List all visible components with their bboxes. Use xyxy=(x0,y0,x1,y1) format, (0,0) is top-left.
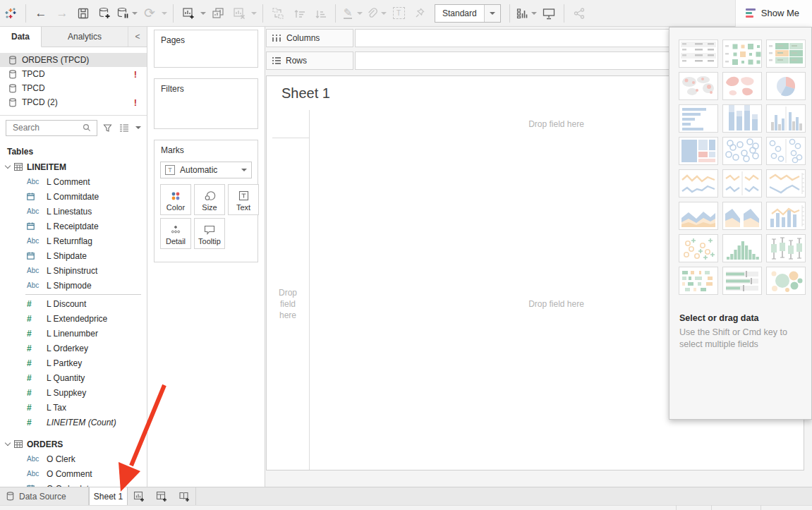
sort-descending-icon[interactable] xyxy=(310,3,331,24)
share-icon[interactable] xyxy=(569,3,590,24)
showme-continuous-lines-icon[interactable] xyxy=(679,169,718,198)
showme-heat-map-icon[interactable] xyxy=(722,40,762,68)
drop-zone-rows[interactable]: Drop field here xyxy=(267,138,309,470)
field-item[interactable]: #L Discount xyxy=(0,296,147,311)
showme-text-table-icon[interactable] xyxy=(679,40,718,68)
showme-box-and-whisker-icon[interactable] xyxy=(766,234,806,262)
showme-highlight-table-icon[interactable] xyxy=(766,40,806,68)
forward-icon[interactable]: → xyxy=(51,3,73,24)
size-button[interactable]: Size xyxy=(194,184,225,215)
field-item[interactable]: #L Tax xyxy=(0,400,147,415)
refresh-caret[interactable] xyxy=(160,3,169,24)
field-item[interactable]: #L Suppkey xyxy=(0,385,147,400)
table-header-lineitem[interactable]: LINEITEM xyxy=(0,159,147,174)
pause-updates-caret[interactable] xyxy=(131,3,139,24)
new-dashboard-tab-icon[interactable] xyxy=(150,487,173,505)
datasource-item[interactable]: ORDERS (TPCD) xyxy=(0,53,147,67)
field-item[interactable]: AbcL Shipmode xyxy=(0,278,147,293)
field-item[interactable]: #L Quantity xyxy=(0,370,147,385)
new-story-tab-icon[interactable] xyxy=(173,487,195,505)
field-item[interactable]: L Receiptdate xyxy=(0,219,147,233)
field-item[interactable]: #LINEITEM (Count) xyxy=(0,415,147,430)
showme-filled-map-icon[interactable] xyxy=(722,72,762,100)
field-item[interactable]: #L Linenumber xyxy=(0,326,147,341)
show-cards-caret[interactable] xyxy=(530,3,538,24)
field-item[interactable]: L Commitdate xyxy=(0,189,147,204)
collapse-pane-icon[interactable]: < xyxy=(128,27,147,47)
showme-pie-chart-icon[interactable] xyxy=(766,72,806,100)
showme-packed-bubbles-icon[interactable] xyxy=(766,267,806,295)
refresh-icon[interactable]: ⟳ xyxy=(139,3,160,24)
field-item[interactable]: L Shipdate xyxy=(0,248,147,263)
sheet-1-tab[interactable]: Sheet 1 xyxy=(89,487,128,505)
showme-stacked-bars-icon[interactable] xyxy=(722,104,762,133)
view-options-caret[interactable] xyxy=(134,120,143,135)
showme-side-by-side-bars-icon[interactable] xyxy=(766,104,806,133)
mark-type-select[interactable]: T Automatic xyxy=(160,162,252,178)
fit-mode-caret[interactable] xyxy=(484,5,500,22)
field-item[interactable]: AbcL Comment xyxy=(0,174,147,189)
search-input[interactable] xyxy=(6,120,97,136)
search-field[interactable] xyxy=(11,122,80,133)
datasource-item[interactable]: TPCD xyxy=(0,81,147,95)
collapse-chevron-icon[interactable] xyxy=(5,163,11,169)
pin-icon[interactable] xyxy=(409,3,430,24)
field-item[interactable]: #L Partkey xyxy=(0,356,147,370)
presentation-icon[interactable] xyxy=(538,3,559,24)
showme-gantt-icon[interactable] xyxy=(679,267,718,295)
field-item[interactable]: AbcO Comment xyxy=(0,466,147,481)
detail-button[interactable]: Detail xyxy=(160,218,191,249)
tooltip-button[interactable]: Tooltip xyxy=(194,218,225,249)
new-worksheet-caret[interactable] xyxy=(199,3,207,24)
field-item[interactable]: #L Extendedprice xyxy=(0,311,147,326)
show-me-button[interactable]: Show Me xyxy=(735,0,812,27)
color-button[interactable]: Color xyxy=(160,184,191,215)
new-worksheet-icon[interactable] xyxy=(178,3,199,24)
showme-bullet-graph-icon[interactable] xyxy=(722,267,762,295)
showme-symbol-map-icon[interactable] xyxy=(679,72,718,100)
showme-histogram-icon[interactable] xyxy=(722,234,762,262)
showme-continuous-area-icon[interactable] xyxy=(679,202,718,230)
table-header-orders[interactable]: ORDERS xyxy=(0,437,147,451)
text-label-icon[interactable]: T xyxy=(388,3,409,24)
datasource-item[interactable]: TPCD! xyxy=(0,67,147,81)
showme-circle-views-icon[interactable] xyxy=(722,137,762,165)
field-item[interactable]: AbcL Returnflag xyxy=(0,233,147,248)
clear-sheet-caret[interactable] xyxy=(250,3,258,24)
showme-horizontal-bars-icon[interactable] xyxy=(679,104,718,133)
showme-side-by-side-circles-icon[interactable] xyxy=(766,137,806,165)
duplicate-sheet-icon[interactable] xyxy=(207,3,229,24)
field-item[interactable]: AbcO Clerk xyxy=(0,451,147,466)
new-datasource-icon[interactable] xyxy=(94,3,115,24)
back-icon[interactable]: ← xyxy=(30,3,51,24)
pages-card[interactable]: Pages xyxy=(154,30,258,68)
clear-sheet-icon[interactable] xyxy=(229,3,250,24)
collapse-chevron-icon[interactable] xyxy=(5,440,11,446)
filter-fields-icon[interactable] xyxy=(100,120,114,135)
showme-scatter-plot-icon[interactable] xyxy=(679,234,718,262)
field-item[interactable]: O Orderdate xyxy=(0,481,147,487)
view-options-icon[interactable] xyxy=(117,120,131,135)
save-icon[interactable] xyxy=(73,3,94,24)
tableau-logo-icon[interactable] xyxy=(0,3,21,24)
fit-mode-select[interactable]: Standard xyxy=(435,4,501,23)
data-source-tab[interactable]: Data Source xyxy=(0,487,89,505)
tab-data[interactable]: Data xyxy=(0,27,42,47)
text-button[interactable]: Text xyxy=(228,184,259,215)
highlight-caret[interactable] xyxy=(356,3,364,24)
showme-dual-lines-icon[interactable] xyxy=(766,169,806,198)
datasource-item[interactable]: TPCD (2)! xyxy=(0,95,147,109)
highlight-icon[interactable]: ✎ xyxy=(340,3,356,24)
pause-updates-icon[interactable] xyxy=(115,3,131,24)
filters-card[interactable]: Filters xyxy=(154,78,258,129)
show-cards-icon[interactable] xyxy=(514,3,530,24)
paperclip-caret[interactable] xyxy=(380,3,388,24)
showme-discrete-lines-icon[interactable] xyxy=(722,169,762,198)
field-item[interactable]: AbcL Shipinstruct xyxy=(0,263,147,278)
swap-axes-icon[interactable] xyxy=(267,3,289,24)
sort-ascending-icon[interactable] xyxy=(289,3,310,24)
tab-analytics[interactable]: Analytics xyxy=(42,27,128,47)
field-item[interactable]: #L Orderkey xyxy=(0,341,147,356)
paperclip-icon[interactable] xyxy=(364,3,380,24)
showme-dual-combination-icon[interactable] xyxy=(766,202,806,230)
